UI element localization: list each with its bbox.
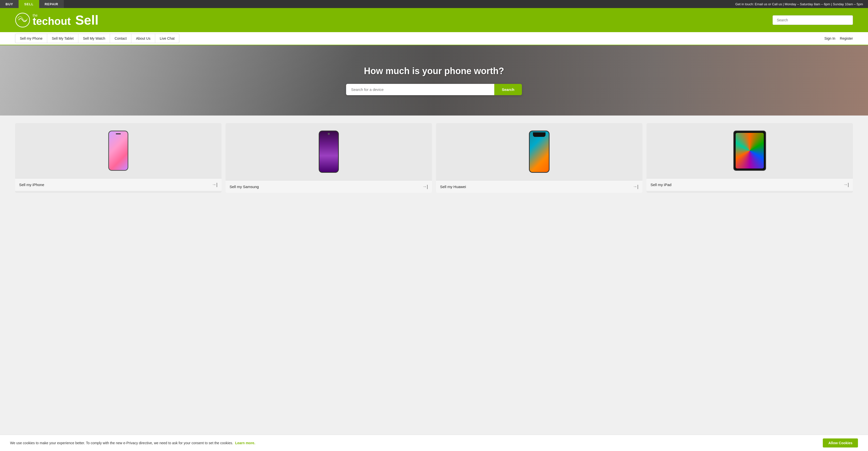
header: the techout Sell [0, 8, 868, 32]
nav-sell-tablet[interactable]: Sell My Tablet [47, 34, 79, 43]
device-search-button[interactable]: Search [494, 84, 522, 95]
product-label-iphone: Sell my iPhone →| [15, 178, 221, 191]
ipad-graphic [733, 131, 766, 171]
hero-search-bar: Search [346, 84, 522, 95]
nav-bar: Sell my Phone Sell My Tablet Sell My Wat… [0, 32, 868, 45]
huawei-graphic [529, 131, 550, 173]
top-nav-repair[interactable]: REPAIR [39, 0, 64, 8]
arrow-icon-samsung: →| [422, 184, 428, 189]
top-nav-buy[interactable]: BUY [0, 0, 19, 8]
nav-sell-phone[interactable]: Sell my Phone [15, 34, 47, 43]
product-card-iphone[interactable]: Sell my iPhone →| [15, 123, 221, 193]
nav-about-us[interactable]: About Us [131, 34, 155, 43]
product-label-samsung: Sell my Samsung →| [225, 180, 432, 193]
main-nav-links: Sell my Phone Sell My Tablet Sell My Wat… [15, 34, 179, 43]
product-card-samsung[interactable]: Sell my Samsung →| [225, 123, 432, 193]
logo-text: the techout [33, 13, 71, 27]
top-nav: BUY SELL REPAIR [0, 0, 64, 8]
ipad-screen-graphic [736, 133, 764, 168]
hero-section: How much is your phone worth? Search [0, 45, 868, 116]
nav-live-chat[interactable]: Live Chat [155, 34, 179, 43]
header-search [773, 15, 853, 25]
product-image-ipad [647, 123, 853, 178]
nav-sign-in[interactable]: Sign In [824, 36, 835, 40]
logo-sell: Sell [75, 12, 99, 28]
iphone-graphic [108, 131, 128, 171]
product-image-iphone [15, 123, 221, 178]
header-search-input[interactable] [773, 15, 853, 25]
arrow-icon-ipad: →| [843, 182, 849, 187]
samsung-graphic [319, 131, 339, 173]
nav-right: Sign In Register [824, 36, 853, 40]
products-grid: Sell my iPhone →| Sell my Samsung →| Sel… [15, 123, 853, 193]
product-label-ipad: Sell my iPad →| [647, 178, 853, 191]
product-card-huawei[interactable]: Sell my Huawei →| [436, 123, 643, 193]
top-nav-sell[interactable]: SELL [19, 0, 39, 8]
arrow-icon-huawei: →| [633, 184, 639, 189]
arrow-icon-iphone: →| [212, 182, 217, 187]
hero-title: How much is your phone worth? [364, 66, 504, 76]
logo[interactable]: the techout Sell [15, 12, 98, 28]
nav-register[interactable]: Register [840, 36, 853, 40]
product-card-ipad[interactable]: Sell my iPad →| [647, 123, 853, 193]
product-label-huawei: Sell my Huawei →| [436, 180, 643, 193]
top-bar: BUY SELL REPAIR Get in touch: Email us o… [0, 0, 868, 8]
nav-contact[interactable]: Contact [110, 34, 131, 43]
nav-sell-watch[interactable]: Sell My Watch [79, 34, 110, 43]
product-image-huawei [436, 123, 643, 180]
top-contact: Get in touch: Email us or Call us | Mond… [735, 2, 868, 6]
logo-icon [15, 12, 30, 28]
device-search-input[interactable] [346, 84, 494, 95]
product-image-samsung [225, 123, 432, 180]
products-section: Sell my iPhone →| Sell my Samsung →| Sel… [0, 116, 868, 193]
